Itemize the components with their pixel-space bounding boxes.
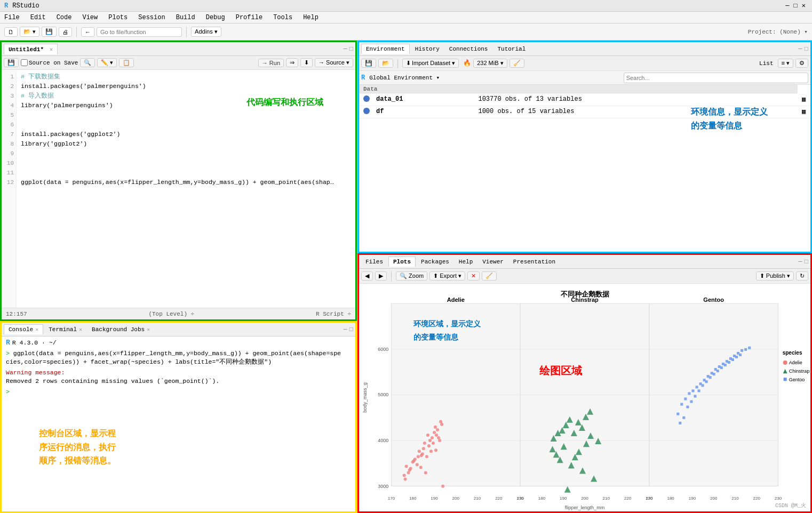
clear-all-plots-btn[interactable]: 🧹 (482, 271, 497, 280)
code-line-7: install.packages('ggplot2') (21, 130, 351, 139)
menu-view[interactable]: View (80, 13, 100, 22)
svg-text:210: 210 (731, 496, 739, 501)
console-maximize-btn[interactable]: □ (349, 326, 353, 333)
code-line-9 (21, 149, 351, 158)
env-tab-history[interactable]: History (411, 44, 444, 54)
menu-code[interactable]: Code (54, 13, 74, 22)
env-maximize-btn[interactable]: □ (805, 45, 808, 53)
svg-text:Adelie: Adelie (789, 360, 802, 365)
run-btn[interactable]: → Run (258, 59, 284, 67)
step-btn[interactable]: ⬇ (300, 58, 313, 67)
search-btn[interactable]: 🔍 (80, 58, 95, 67)
svg-rect-133 (709, 376, 712, 379)
var-grid-btn-df[interactable]: ▦ (802, 108, 806, 116)
svg-text:180: 180 (538, 496, 546, 501)
delete-plot-btn[interactable]: ✕ (467, 271, 480, 280)
svg-rect-107 (684, 398, 687, 400)
editor-tab-close[interactable]: ✕ (50, 46, 53, 53)
console-tab-background[interactable]: Background Jobs ✕ (87, 325, 154, 334)
env-tab-tutorial[interactable]: Tutorial (493, 44, 530, 54)
files-tab-presentation[interactable]: Presentation (509, 257, 560, 267)
source-btn[interactable]: → Source ▾ (315, 58, 353, 67)
run-all-btn[interactable]: ⇒ (286, 58, 298, 67)
var-grid-btn-data01[interactable]: ▦ (802, 96, 806, 103)
close-btn[interactable]: ✕ (802, 2, 806, 10)
svg-point-54 (418, 450, 421, 453)
env-subbar: R Global Environment ▾ (359, 71, 810, 85)
export-btn[interactable]: ⬆ Export ▾ (429, 271, 465, 280)
save-file-btn[interactable]: 💾 (4, 58, 19, 67)
env-row-df[interactable]: df 1000 obs. of 15 variables ▦ (359, 106, 810, 118)
code-line-10 (21, 158, 351, 168)
env-options-btn[interactable]: ⚙ (795, 59, 808, 68)
editor-status: 12:157 (Top Level) ÷ R Script ÷ (2, 308, 355, 319)
magic-wand-btn[interactable]: ✏️ ▾ (97, 58, 117, 67)
watermark: CSDN @M_火 (775, 502, 806, 509)
terminal-tab-close[interactable]: ✕ (79, 326, 82, 333)
editor-tab-untitled[interactable]: Untitled1* ✕ (4, 44, 58, 54)
files-tab-help[interactable]: Help (455, 257, 477, 267)
var-icon-data01 (363, 95, 370, 102)
list-view-btn[interactable]: ≡ ▾ (778, 59, 793, 68)
console-content[interactable]: R R 4.3.0 · ~/ > ggplot(data = penguins,… (2, 336, 355, 511)
menu-help[interactable]: Help (301, 13, 321, 22)
editor-minimize-btn[interactable]: ─ (344, 45, 347, 53)
files-tab-viewer[interactable]: Viewer (478, 257, 508, 267)
back-btn[interactable]: ← (81, 27, 94, 37)
files-tab-packages[interactable]: Packages (417, 257, 453, 267)
env-search-input[interactable] (624, 73, 808, 83)
files-tab-files[interactable]: Files (361, 257, 387, 267)
publish-btn[interactable]: ⬆ Publish ▾ (756, 271, 794, 280)
new-file-btn[interactable]: 🗋 (4, 27, 18, 37)
addins-btn[interactable]: Addins ▾ (191, 27, 221, 37)
env-tab-connections[interactable]: Connections (445, 44, 492, 54)
menu-build[interactable]: Build (174, 13, 197, 22)
svg-point-75 (441, 485, 444, 488)
menu-tools[interactable]: Tools (271, 13, 294, 22)
import-dataset-btn[interactable]: ⬇ Import Dataset ▾ (402, 59, 459, 68)
menu-profile[interactable]: Profile (234, 13, 265, 22)
code-line-8: library('ggplot2') (21, 139, 351, 149)
code-area[interactable]: # 下载数据集 install.packages('palmerpenguins… (17, 70, 355, 308)
menu-file[interactable]: File (2, 13, 22, 22)
files-tab-plots[interactable]: Plots (388, 256, 416, 267)
plot-refresh-btn[interactable]: ↻ (796, 271, 808, 280)
open-file-btn[interactable]: 📂 ▾ (20, 27, 39, 37)
load-env-btn[interactable]: 📂 (378, 59, 393, 68)
svg-rect-132 (705, 380, 708, 383)
plot-forward-btn[interactable]: ▶ (375, 271, 387, 280)
background-tab-close[interactable]: ✕ (147, 326, 150, 333)
menu-session[interactable]: Session (136, 13, 167, 22)
menu-plots[interactable]: Plots (106, 13, 130, 22)
menu-debug[interactable]: Debug (204, 13, 227, 22)
files-maximize-btn[interactable]: □ (805, 258, 808, 266)
console-tab-close[interactable]: ✕ (35, 326, 38, 333)
editor-maximize-btn[interactable]: □ (349, 45, 353, 53)
compile-btn[interactable]: 📋 (119, 58, 134, 67)
r-indicator: R (361, 74, 365, 82)
env-minimize-btn[interactable]: ─ (799, 45, 802, 53)
plot-back-btn[interactable]: ◀ (361, 271, 373, 280)
svg-rect-106 (680, 403, 683, 406)
console-minimize-btn[interactable]: ─ (344, 326, 347, 333)
print-btn[interactable]: 🖨 (59, 27, 72, 37)
memory-btn[interactable]: 232 MiB ▾ (473, 59, 507, 68)
svg-point-63 (428, 439, 432, 442)
svg-text:Chinstrap: Chinstrap (789, 368, 810, 374)
source-on-save-checkbox[interactable] (21, 59, 28, 66)
go-to-file-input[interactable] (97, 27, 182, 37)
clear-env-btn[interactable]: 🧹 (510, 59, 524, 68)
env-tab-environment[interactable]: Environment (361, 44, 410, 54)
env-row-data01[interactable]: data_01 103770 obs. of 13 variables ▦ (359, 94, 810, 106)
minimize-btn[interactable]: ─ (785, 2, 789, 10)
maximize-btn[interactable]: □ (794, 2, 798, 10)
menu-edit[interactable]: Edit (28, 13, 48, 22)
files-minimize-btn[interactable]: ─ (799, 258, 802, 266)
env-toolbar: 💾 📂 ⬇ Import Dataset ▾ 🔥 232 MiB ▾ 🧹 Lis… (359, 56, 810, 71)
console-tab-console[interactable]: Console ✕ (4, 324, 43, 334)
save-env-btn[interactable]: 💾 (361, 59, 376, 68)
title-text: RStudio (12, 2, 39, 10)
save-btn[interactable]: 💾 (42, 27, 57, 37)
zoom-btn[interactable]: 🔍 Zoom (396, 271, 427, 280)
console-tab-terminal[interactable]: Terminal ✕ (44, 325, 86, 334)
